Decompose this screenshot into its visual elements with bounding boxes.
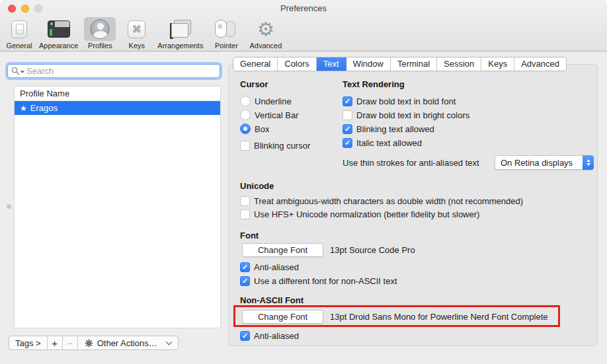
chevron-down-icon (165, 338, 172, 345)
light-switch-icon (11, 20, 27, 38)
thin-strokes-label: Use thin strokes for anti-aliased text (343, 158, 479, 168)
checkbox-blinking-cursor[interactable]: Blinking cursor (240, 139, 310, 151)
thin-strokes-row: Use thin strokes for anti-aliased text O… (343, 155, 594, 170)
panel-resize-dot (7, 204, 11, 209)
unicode-heading: Unicode (240, 181, 274, 191)
window-header: Preferences General Appearance Profiles … (0, 0, 607, 52)
non-ascii-font-description: 13pt Droid Sans Mono for Powerline Nerd … (330, 312, 548, 322)
checkbox-non-ascii-anti-aliased[interactable]: ✓ Anti-aliased (240, 330, 299, 342)
radio-icon[interactable] (240, 96, 251, 106)
cursor-heading: Cursor (240, 79, 310, 89)
checkbox-icon[interactable]: ✓ (343, 96, 352, 106)
text-rendering-section: Text Rendering ✓ Draw bold text in bold … (343, 79, 594, 172)
checkbox-icon[interactable] (343, 110, 352, 120)
tags-button[interactable]: Tags > (9, 336, 48, 349)
tab-text[interactable]: Text (317, 57, 346, 71)
profile-tabbar: General Colors Text Window Terminal Sess… (233, 57, 567, 71)
tab-colors[interactable]: Colors (278, 57, 317, 71)
font-heading: Font (240, 231, 259, 240)
profile-row-eragos[interactable]: ★Eragos (15, 101, 220, 115)
profile-name: Eragos (30, 103, 58, 113)
change-font-button[interactable]: Change Font (242, 243, 323, 257)
checkbox-ambiguous-width[interactable]: Treat ambiguous-width characters as doub… (240, 195, 523, 207)
toolbar-item-pointer[interactable]: Pointer (209, 17, 243, 50)
profile-list: Profile Name ★Eragos (14, 86, 221, 328)
checkbox-italic-text[interactable]: ✓ Italic text allowed (343, 137, 594, 149)
font-row: Change Font 13pt Source Code Pro (242, 243, 415, 257)
checkbox-icon[interactable]: ✓ (240, 276, 250, 286)
checkbox-bright-colors[interactable]: Draw bold text in bright colors (343, 109, 594, 121)
add-profile-button[interactable]: + (48, 336, 63, 349)
radio-box[interactable]: Box (240, 123, 310, 135)
preferences-toolbar: General Appearance Profiles ⌘ Keys Arran… (5, 17, 282, 50)
checkbox-icon[interactable]: ✓ (240, 331, 250, 341)
dropdown-stepper-icon (583, 155, 594, 170)
tab-advanced[interactable]: Advanced (514, 57, 566, 71)
window-title: Preferences (0, 3, 607, 13)
other-actions-button[interactable]: Other Actions… (78, 336, 178, 349)
non-ascii-font-row: Change Font 13pt Droid Sans Mono for Pow… (242, 310, 548, 324)
tab-terminal[interactable]: Terminal (391, 57, 437, 71)
profile-search-field[interactable] (7, 64, 220, 78)
checkbox-icon[interactable] (240, 141, 250, 151)
radio-underline[interactable]: Underline (240, 95, 310, 107)
title-bar: Preferences (0, 0, 607, 17)
mouse-icon (215, 20, 237, 38)
toolbar-item-advanced[interactable]: ⚙ Advanced (249, 17, 282, 50)
checkbox-icon[interactable] (240, 196, 250, 206)
checkbox-icon[interactable] (240, 209, 250, 219)
non-ascii-font-heading: Non-ASCII Font (240, 295, 304, 305)
search-scope-chevron-icon (20, 71, 24, 73)
toolbar-item-arrangements[interactable]: Arrangements (157, 17, 203, 50)
toolbar-item-appearance[interactable]: Appearance (39, 17, 78, 50)
checkbox-icon[interactable]: ✓ (240, 262, 250, 272)
tab-session[interactable]: Session (437, 57, 481, 71)
toolbar-item-general[interactable]: General (5, 17, 33, 50)
change-non-ascii-font-button[interactable]: Change Font (242, 310, 323, 324)
tab-window[interactable]: Window (346, 57, 391, 71)
remove-profile-button[interactable]: − (63, 336, 78, 349)
window-panes-icon (169, 20, 192, 38)
checkbox-anti-aliased[interactable]: ✓ Anti-aliased (240, 261, 299, 273)
checkbox-icon[interactable]: ✓ (343, 124, 352, 134)
tab-general[interactable]: General (233, 57, 278, 71)
cursor-section: Cursor Underline Vertical Bar Box Blinki… (240, 79, 310, 153)
appearance-window-icon (48, 20, 70, 38)
radio-vertical-bar[interactable]: Vertical Bar (240, 109, 310, 121)
person-icon (90, 19, 110, 39)
radio-icon[interactable] (240, 124, 251, 134)
profile-footer-bar: Tags > + − Other Actions… (9, 336, 179, 350)
checkbox-bold-font[interactable]: ✓ Draw bold text in bold font (343, 95, 594, 107)
radio-icon[interactable] (240, 110, 251, 120)
toolbar-item-keys[interactable]: ⌘ Keys (122, 17, 151, 50)
checkbox-blinking-text[interactable]: ✓ Blinking text allowed (343, 123, 594, 135)
tab-keys[interactable]: Keys (481, 57, 514, 71)
text-rendering-heading: Text Rendering (343, 79, 594, 89)
profile-list-header: Profile Name (15, 87, 220, 101)
gear-icon: ⚙ (257, 20, 274, 39)
action-gear-icon (85, 339, 93, 347)
toolbar-item-profiles[interactable]: Profiles (84, 17, 116, 50)
text-pane: Cursor Underline Vertical Bar Box Blinki… (228, 64, 598, 346)
font-description: 13pt Source Code Pro (330, 245, 415, 255)
checkbox-icon[interactable]: ✓ (343, 138, 352, 148)
thin-strokes-dropdown[interactable]: On Retina displays (495, 155, 594, 170)
search-icon (11, 67, 20, 75)
star-icon: ★ (20, 104, 27, 113)
checkbox-hfs-normalization[interactable]: Use HFS+ Unicode normalization (better f… (240, 208, 479, 220)
search-input[interactable] (26, 66, 216, 76)
preferences-window: Preferences General Appearance Profiles … (0, 0, 607, 364)
checkbox-different-nonascii-font[interactable]: ✓ Use a different font for non-ASCII tex… (240, 275, 397, 287)
command-key-icon: ⌘ (128, 20, 145, 38)
